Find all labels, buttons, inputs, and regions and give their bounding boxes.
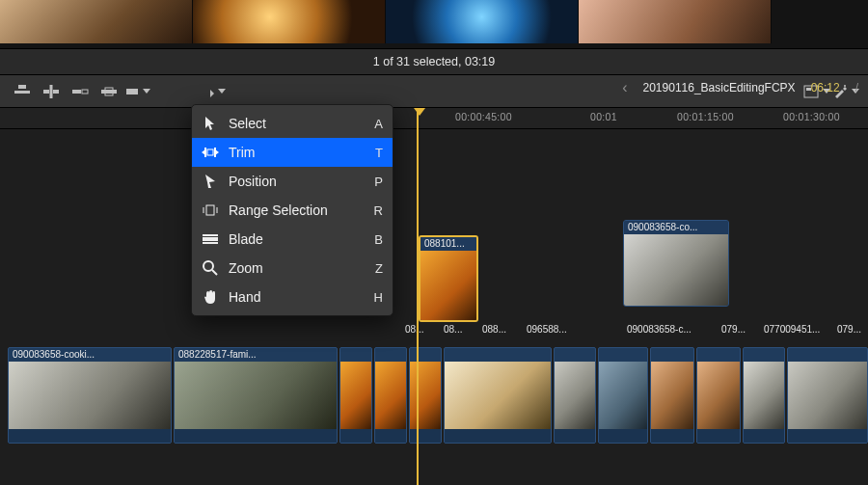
storyline-clip[interactable]: [554, 347, 596, 444]
clip-label: [375, 348, 406, 362]
storyline-clip[interactable]: [743, 347, 785, 444]
menu-item-label: Trim: [229, 145, 255, 160]
timecode-mark: 00:01:30:00: [783, 111, 840, 122]
mini-label: 08...: [405, 324, 423, 335]
selection-status-text: 1 of 31 selected, 03:19: [373, 55, 495, 68]
timeline-ruler[interactable]: 00:00:45:00 00:01 00:01:15:00 00:01:30:0…: [0, 108, 868, 129]
mini-label: 079...: [837, 324, 861, 335]
storyline-clip[interactable]: [339, 347, 372, 444]
svg-rect-2: [43, 90, 49, 94]
selection-status-bar: 1 of 31 selected, 03:19: [0, 48, 868, 75]
mini-label: 08...: [444, 324, 462, 335]
storyline-clip[interactable]: [598, 347, 648, 444]
chevron-down-icon: [143, 89, 150, 94]
primary-storyline[interactable]: 090083658-cooki...088228517-fami...: [8, 347, 868, 444]
edit-mode-dropdown[interactable]: [123, 80, 152, 103]
storyline-clip[interactable]: [787, 347, 868, 444]
menu-item-hand[interactable]: Hand H: [192, 283, 393, 311]
menu-item-range-selection[interactable]: Range Selection R: [192, 196, 393, 225]
overwrite-icon[interactable]: [95, 80, 123, 103]
storyline-clip[interactable]: 090083658-cooki...: [8, 347, 172, 444]
playhead[interactable]: [417, 108, 419, 485]
clip-audio-waveform: [599, 429, 647, 443]
svg-rect-15: [203, 237, 218, 241]
menu-item-select[interactable]: Select A: [192, 109, 393, 138]
clip-thumbnail: [651, 362, 693, 429]
storyline-clip[interactable]: [409, 347, 442, 444]
clip-label: [445, 348, 551, 362]
clip-audio-waveform: [555, 429, 595, 443]
project-separator: /: [855, 81, 858, 94]
timecode-mark: 00:01:15:00: [677, 111, 734, 122]
storyline-clip[interactable]: [444, 347, 552, 444]
menu-item-shortcut: T: [375, 146, 383, 160]
browser-thumb[interactable]: [193, 0, 386, 43]
clip-label: 088101...: [420, 237, 476, 251]
browser-thumb[interactable]: [579, 0, 772, 43]
clip-thumbnail: [697, 362, 740, 429]
menu-item-zoom[interactable]: Zoom Z: [192, 254, 393, 283]
svg-point-18: [203, 261, 213, 271]
clip-thumbnail: [340, 362, 371, 429]
clip-audio-waveform: [175, 429, 337, 443]
clip-thumbnail: [375, 362, 406, 429]
clip-label: [788, 348, 867, 362]
svg-rect-13: [207, 149, 213, 155]
append-icon[interactable]: [66, 80, 95, 103]
project-info: ‹ 20190116_BasicEditingFCPX 06:12 /: [622, 79, 858, 96]
menu-item-shortcut: P: [374, 175, 383, 189]
mini-clip-labels: 08... 08... 088... 096588... 090083658-c…: [405, 324, 868, 341]
clip-label: 090083658-cooki...: [9, 348, 171, 362]
clip-label: [340, 348, 371, 362]
clip-thumbnail: [420, 251, 476, 320]
menu-item-label: Position: [229, 174, 277, 189]
menu-item-trim[interactable]: Trim T: [192, 138, 393, 167]
svg-rect-16: [203, 234, 218, 236]
connect-above-icon[interactable]: [8, 80, 37, 103]
storyline-clip[interactable]: 088228517-fami...: [174, 347, 338, 444]
menu-item-shortcut: B: [374, 232, 383, 247]
tools-dropdown[interactable]: [201, 80, 226, 103]
tools-menu: Select A Trim T Position P Range Selecti…: [191, 104, 393, 316]
clip-audio-waveform: [788, 429, 867, 443]
menu-item-label: Range Selection: [229, 202, 328, 218]
browser-thumb[interactable]: [386, 0, 579, 43]
clip-label: [555, 348, 595, 362]
clip-label: 088228517-fami...: [175, 348, 337, 362]
clip-thumbnail: [788, 362, 867, 429]
mini-label: 088...: [482, 324, 506, 335]
position-icon: [202, 174, 219, 189]
menu-item-shortcut: H: [374, 290, 383, 305]
menu-item-position[interactable]: Position P: [192, 167, 393, 196]
storyline-clip[interactable]: [650, 347, 694, 444]
menu-item-blade[interactable]: Blade B: [192, 225, 393, 254]
insert-icon[interactable]: [37, 80, 66, 103]
clip-audio-waveform: [445, 429, 551, 443]
clip-audio-waveform: [340, 429, 371, 443]
clip-audio-waveform: [410, 429, 441, 443]
svg-rect-7: [101, 90, 117, 94]
trim-icon: [202, 146, 219, 159]
mini-label: 079...: [721, 324, 746, 335]
clip-label: [697, 348, 740, 362]
storyline-clip[interactable]: [374, 347, 407, 444]
browser-thumb[interactable]: [0, 0, 193, 43]
menu-item-label: Blade: [229, 231, 263, 247]
zoom-icon: [202, 260, 219, 276]
svg-rect-0: [14, 91, 30, 94]
svg-rect-3: [53, 90, 59, 94]
storyline-clip[interactable]: [696, 347, 741, 444]
clip-thumbnail: [9, 362, 171, 429]
timecode-mark: 00:01: [590, 111, 617, 122]
timeline-history-back-icon[interactable]: ‹: [622, 79, 627, 96]
clip-thumbnail: [445, 362, 551, 429]
project-duration: 06:12: [811, 81, 840, 94]
clip-thumbnail: [175, 362, 337, 429]
clip-thumbnail: [410, 362, 441, 429]
mini-label: 077009451...: [764, 324, 820, 335]
menu-item-shortcut: A: [374, 117, 383, 131]
connected-clip[interactable]: 088101...: [419, 235, 478, 322]
connected-clip[interactable]: 090083658-co...: [623, 220, 729, 307]
menu-item-label: Zoom: [229, 260, 263, 276]
clip-label: [599, 348, 647, 362]
